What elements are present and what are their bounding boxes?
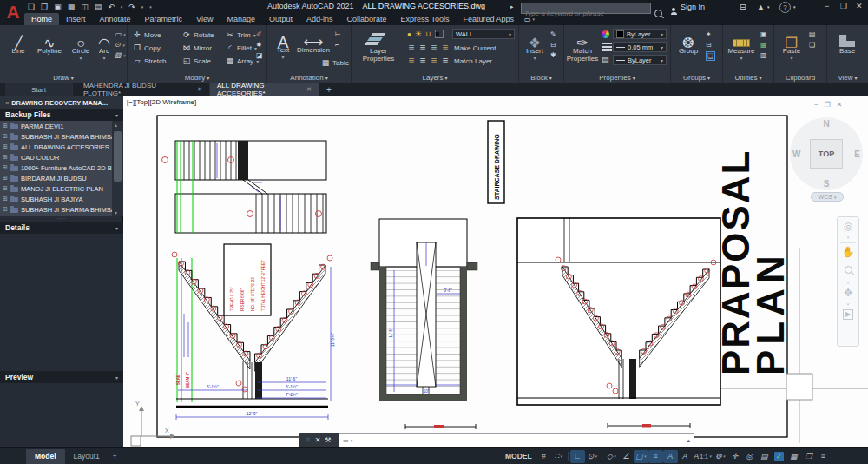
scroll-up-icon[interactable]: ▴ bbox=[115, 122, 117, 128]
annotation-scale-button[interactable]: A1:1▾ bbox=[693, 450, 713, 463]
new-icon[interactable]: ❏ bbox=[28, 3, 35, 11]
ellipse-icon[interactable]: ⊙ ▾ bbox=[115, 41, 125, 50]
layer-tool-icon[interactable]: ≣ bbox=[418, 43, 427, 52]
orbit-icon[interactable]: ✥ bbox=[844, 288, 852, 299]
save-icon[interactable]: ▣ bbox=[54, 3, 62, 11]
list-item[interactable]: ⊞MANOJ JI ELECTRIC PLAN bbox=[0, 183, 123, 194]
id-point-icon[interactable]: ▥ bbox=[760, 51, 767, 60]
tab-view[interactable]: View bbox=[189, 13, 220, 25]
layer-color-swatch[interactable]: ■ bbox=[435, 30, 444, 38]
block-edit-icon[interactable]: ✎ bbox=[550, 30, 556, 39]
stretch-button[interactable]: ▱Stretch bbox=[133, 56, 166, 66]
measure-button[interactable]: Measure▾ bbox=[726, 28, 757, 63]
panel-draw-label[interactable]: Draw▾ bbox=[0, 74, 127, 82]
polar-toggle[interactable]: ⊙▾ bbox=[585, 450, 600, 463]
layer-tool-icon[interactable]: ≣ bbox=[407, 43, 416, 52]
dimension-button[interactable]: ⟷Dimension bbox=[295, 27, 332, 54]
help-caret-icon[interactable]: ▾ bbox=[793, 4, 796, 10]
layer-tool-icon[interactable]: ≣ bbox=[441, 43, 450, 52]
annotation-visibility-toggle[interactable]: A bbox=[663, 450, 678, 463]
tab-insert[interactable]: Insert bbox=[59, 13, 93, 25]
qat-customize-icon[interactable]: ▾ bbox=[149, 4, 152, 10]
grid-toggle[interactable]: # bbox=[536, 450, 551, 463]
tab-featured-apps[interactable]: Featured Apps bbox=[456, 13, 521, 25]
showmotion-icon[interactable]: ▶ bbox=[843, 309, 853, 320]
viewport-close-icon[interactable]: ✕ bbox=[837, 101, 843, 109]
viewport-restore-icon[interactable]: ❐ bbox=[825, 101, 831, 109]
base-button[interactable]: Base bbox=[832, 28, 862, 55]
plot-icon[interactable]: ◫ bbox=[81, 3, 89, 11]
attribute-manager-icon[interactable]: ✱ bbox=[550, 51, 556, 60]
open-icon[interactable]: ❐ bbox=[41, 3, 48, 11]
ribbon-panel-toggle-caret-icon[interactable]: ▾ bbox=[533, 17, 536, 22]
group-selection-icon[interactable]: ❏ bbox=[706, 51, 715, 61]
list-item[interactable]: ⊞CAD COLOR bbox=[0, 152, 123, 162]
command-customize-icon[interactable]: ⚒ bbox=[325, 436, 331, 444]
layer-on-icon[interactable]: ● bbox=[407, 30, 411, 38]
redo-icon[interactable]: ↷ bbox=[128, 3, 135, 11]
tab-home[interactable]: Home bbox=[24, 13, 59, 25]
text-button[interactable]: AText▾ bbox=[272, 27, 294, 62]
layer-thaw-icon[interactable]: ☀ bbox=[415, 30, 422, 38]
ribbon-panel-toggle-icon[interactable]: ▭ bbox=[524, 16, 531, 23]
command-input[interactable] bbox=[354, 434, 685, 447]
snap-toggle[interactable]: ∷▾ bbox=[551, 450, 566, 463]
autocad-logo-icon[interactable]: A bbox=[3, 0, 23, 23]
panel-modify-label[interactable]: Modify▾ bbox=[128, 74, 266, 82]
ungroup-icon[interactable]: ⊟ bbox=[706, 41, 715, 50]
command-panel-icon[interactable]: ▭ bbox=[343, 437, 349, 444]
search-input[interactable] bbox=[522, 9, 655, 18]
polyline-button[interactable]: ∿Polyline bbox=[33, 28, 66, 55]
scroll-down-icon[interactable]: ▾ bbox=[115, 209, 117, 215]
clean-screen[interactable]: ❒ bbox=[801, 450, 816, 463]
layout1-tab[interactable]: Layout1 bbox=[65, 449, 108, 464]
line-button[interactable]: ╱Line bbox=[5, 28, 31, 55]
quick-select-icon[interactable]: ▣ bbox=[760, 30, 767, 39]
save-as-icon[interactable]: ▩ bbox=[68, 3, 76, 11]
model-space-label[interactable]: MODEL bbox=[505, 452, 532, 461]
file-tab-mahendra[interactable]: MAHENDRA JI BUDSU PLOTTING*✕ bbox=[76, 83, 210, 96]
rotate-button[interactable]: ⟳Rotate bbox=[182, 30, 214, 40]
copy-button[interactable]: ❐Copy bbox=[133, 43, 161, 53]
tab-collaborate[interactable]: Collaborate bbox=[340, 13, 394, 25]
wcs-dropdown[interactable]: WCS▾ bbox=[811, 192, 844, 202]
help-icon[interactable]: ? bbox=[779, 2, 791, 13]
drawing-canvas[interactable]: [−][Top][2D Wireframe] bbox=[123, 96, 868, 447]
model-tab[interactable]: Model bbox=[26, 449, 65, 464]
close-button[interactable]: ✕ bbox=[856, 2, 863, 10]
move-button[interactable]: ✛Move bbox=[133, 30, 161, 40]
hardware-acceleration[interactable]: ▦ bbox=[786, 450, 801, 463]
lineweight-list-icon[interactable] bbox=[602, 43, 612, 51]
clipboard-cut-icon[interactable]: ❏ bbox=[809, 41, 816, 50]
array-button[interactable]: ▦Array▾ bbox=[226, 56, 259, 66]
insert-button[interactable]: ❖Insert▾ bbox=[523, 28, 547, 63]
viewcube-south[interactable]: S bbox=[824, 179, 830, 189]
viewcube[interactable]: N W E S TOP bbox=[790, 117, 863, 190]
expand-icon[interactable]: ⊞ bbox=[3, 196, 8, 202]
tab-annotate[interactable]: Annotate bbox=[93, 13, 138, 25]
panel-annotation-label[interactable]: Annotation▾ bbox=[267, 74, 351, 82]
panel-view-label[interactable]: View▾ bbox=[827, 74, 868, 82]
viewcube-top-face[interactable]: TOP bbox=[810, 139, 843, 169]
preview-header[interactable]: Preview▾ bbox=[0, 371, 123, 383]
search-icon[interactable] bbox=[654, 5, 662, 21]
cart-icon[interactable]: ⊟ bbox=[740, 3, 746, 11]
layer-tool-icon[interactable]: ≣ bbox=[441, 56, 450, 65]
panel-groups-label[interactable]: Groups▾ bbox=[671, 74, 722, 82]
plot-button[interactable]: ▤ bbox=[757, 450, 772, 463]
tab-addins[interactable]: Add-ins bbox=[299, 13, 340, 25]
scale-button[interactable]: ◱Scale bbox=[182, 56, 211, 66]
details-header[interactable]: Details▾ bbox=[0, 222, 123, 234]
panel-layers-label[interactable]: Layers▾ bbox=[352, 74, 518, 82]
otrack-toggle[interactable]: ∠ bbox=[619, 450, 634, 463]
viewcube-north[interactable]: N bbox=[823, 119, 829, 129]
undo-icon[interactable]: ↶ bbox=[108, 3, 115, 11]
fillet-button[interactable]: ◜Fillet▾ bbox=[226, 43, 257, 53]
new-layout-button[interactable]: + bbox=[108, 449, 122, 464]
panel-utilities-label[interactable]: Utilities▾ bbox=[723, 74, 773, 82]
steering-wheel-icon[interactable]: ◎ bbox=[844, 221, 852, 232]
expand-icon[interactable]: ⊞ bbox=[3, 123, 8, 129]
expand-icon[interactable]: ⊞ bbox=[3, 154, 8, 161]
annotation-monitor[interactable]: ✛ bbox=[727, 450, 742, 463]
list-item[interactable]: ⊞SUBHASH JI BAJIYA bbox=[0, 194, 123, 204]
